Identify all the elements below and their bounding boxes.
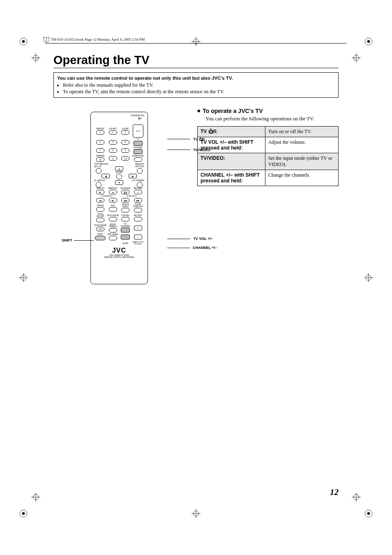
label-setting: SETTING	[135, 166, 144, 168]
label-dimmer: DIMMER	[96, 155, 104, 157]
label-slow: ⟲ SLOW ⟳	[127, 195, 137, 197]
btn-chan-minus-top	[121, 228, 130, 233]
table-row: TV ⏻/I: Turn on or off the TV.	[198, 127, 339, 137]
btn-9: 9	[121, 148, 129, 153]
label-enter: ENTER	[116, 171, 123, 173]
btn-playmode	[109, 217, 117, 221]
btn-enter	[116, 174, 122, 180]
btn-surround	[134, 157, 142, 162]
label-tuning: ⟲ TUNING ⟳	[101, 195, 113, 197]
btn-vfp: VFP	[96, 227, 104, 231]
btn-6: 6	[121, 140, 129, 145]
op-key: TV/VIDEO:	[198, 153, 265, 170]
btn-10: 10	[96, 157, 104, 162]
op-key-text: :	[216, 129, 217, 134]
section-heading-text: To operate a JVC's TV	[203, 108, 263, 114]
btn-7: 7	[96, 148, 104, 153]
label-scanmode: SCAN MODE	[94, 224, 106, 226]
callout-line	[167, 248, 190, 248]
op-key: TV ⏻/I:	[198, 127, 265, 137]
callout-shift: SHIFT	[62, 238, 72, 242]
btn-fmam	[96, 207, 104, 212]
callout-channel: CHANNEL +/–	[193, 246, 217, 250]
svg-point-7	[367, 512, 370, 515]
btn-0: 0	[109, 156, 117, 161]
label-tvvideo: TV/VIDEO	[133, 147, 143, 149]
btn-spklevel	[109, 236, 117, 240]
btn-left: ◀	[101, 174, 110, 178]
op-key: CHANNEL +/– with SHIFT pressed and held:	[198, 170, 265, 186]
page-number: 12	[330, 487, 339, 497]
label-standby: STANDBY/ON	[131, 115, 144, 117]
btn-shift	[95, 236, 106, 240]
btn-ff: ▶▶	[134, 198, 142, 203]
book-icon	[43, 36, 50, 43]
btn-bass	[109, 228, 117, 233]
svg-point-1	[22, 40, 25, 43]
label-dvdcd: DVD/CD	[97, 187, 104, 189]
label-tv: TV	[137, 138, 139, 140]
running-header: TH-S33-11[AU].book Page 12 Monday, April…	[45, 37, 347, 44]
btn-topmenu	[96, 168, 101, 174]
register-mark-icon	[352, 493, 361, 502]
label-abrpt: A.B.RPT	[109, 128, 117, 130]
callout-line	[167, 150, 190, 150]
btn-standby	[133, 124, 143, 138]
label-level: LEVEL	[122, 242, 129, 244]
label-playmode: PLAY MODE	[107, 214, 119, 216]
register-mark-icon	[191, 509, 201, 518]
op-desc: Adjust the volume.	[265, 137, 338, 153]
btn-tv-video	[134, 149, 143, 154]
label-return: RETURN	[134, 187, 142, 189]
remote-diagram: TV ⏻/I TV/VIDEO SHIFT TV VOL +/– CHANNEL…	[53, 108, 189, 297]
label-cancel: CANCEL	[121, 214, 129, 216]
btn-chan-minus	[121, 235, 130, 240]
label-angle: ANGLE AUDIO	[119, 203, 132, 207]
btn-next: ⏭	[109, 198, 117, 203]
table-row: TV/VIDEO: Set the input mode (either TV …	[198, 153, 339, 170]
label-audiovol: AUDIO VOL TV VOL	[132, 241, 145, 245]
callout-tv-power: TV ⏻/I	[193, 137, 205, 141]
section-heading: ■To operate a JVC's TV	[197, 108, 339, 114]
op-desc: Change the channels.	[265, 170, 338, 186]
intro-box: You can use the remote control to operat…	[53, 72, 339, 98]
label-fmmode: FM MODE	[120, 187, 130, 189]
btn-3: 3	[121, 130, 129, 135]
power-icon: ⏻/I	[138, 117, 142, 120]
label-shift: SHIFT	[97, 233, 103, 235]
register-mark-icon	[352, 53, 361, 62]
btn-title	[96, 218, 104, 222]
btn-aux	[109, 207, 117, 212]
label-spklevel: SPK.LEVEL	[107, 233, 118, 235]
btn-5: 5	[109, 140, 117, 145]
register-mark-icon	[19, 273, 28, 282]
btn-stop: ■	[109, 190, 117, 194]
label-title: TITLE/ GROUP	[94, 213, 107, 217]
btn-vol-minus: –	[134, 235, 142, 240]
btn-audio	[121, 208, 129, 212]
btn-pause: ❚❚	[121, 190, 129, 194]
crop-mark-icon	[19, 509, 28, 518]
btn-8: 8	[109, 148, 117, 153]
bullet-square-icon: ■	[197, 108, 200, 114]
btn-prev: ⏮	[96, 198, 104, 203]
btn-subtitle	[134, 208, 142, 212]
btn-right: ▶	[129, 174, 137, 178]
op-desc: Set the input mode (either TV or VIDEO).	[265, 153, 338, 170]
header-rule	[45, 43, 347, 44]
operations-table: TV ⏻/I: Turn on or off the TV. TV VOL +/…	[197, 126, 339, 186]
label-aux: AUX	[111, 205, 115, 207]
section-sub: You can perform the following operations…	[205, 116, 339, 122]
label-sleep: SLEEP	[122, 128, 129, 130]
label-memory: MEMORY	[108, 187, 118, 189]
intro-bullet: Refer also to the manuals supplied for t…	[63, 82, 335, 89]
table-row: CHANNEL +/– with SHIFT pressed and held:…	[198, 170, 339, 186]
intro-bullet: To operate the TV, aim the remote contro…	[63, 89, 335, 95]
brand-logo: JVC	[94, 247, 144, 254]
svg-point-3	[367, 40, 370, 43]
btn-4: 4	[96, 140, 104, 145]
btn-down: ▼	[115, 180, 123, 185]
label-muting: MUTING	[134, 214, 142, 216]
label-onscreen: ON SCREEN	[132, 180, 144, 182]
label-zoom: ZOOM SUBTITLE	[132, 203, 145, 207]
